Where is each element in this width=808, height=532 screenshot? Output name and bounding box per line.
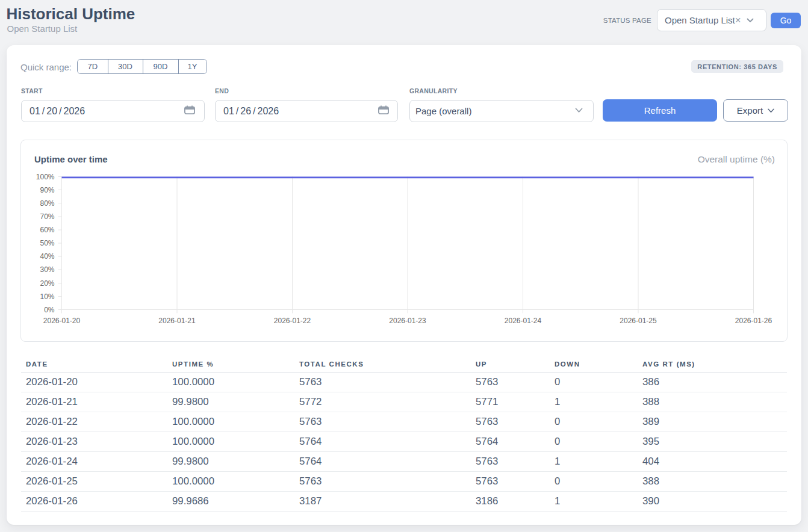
svg-text:70%: 70% xyxy=(40,212,54,221)
svg-text:2026-01-22: 2026-01-22 xyxy=(274,317,311,325)
svg-text:2026-01-24: 2026-01-24 xyxy=(505,317,542,325)
svg-text:40%: 40% xyxy=(40,252,54,261)
svg-text:2026-01-25: 2026-01-25 xyxy=(620,317,657,325)
svg-text:0%: 0% xyxy=(44,306,55,314)
svg-text:80%: 80% xyxy=(40,199,54,208)
svg-text:2026-01-21: 2026-01-21 xyxy=(158,317,196,325)
svg-text:50%: 50% xyxy=(40,239,54,247)
svg-text:2026-01-23: 2026-01-23 xyxy=(389,317,426,325)
svg-text:2026-01-20: 2026-01-20 xyxy=(43,317,81,325)
svg-text:100%: 100% xyxy=(36,173,55,181)
svg-text:20%: 20% xyxy=(40,279,54,288)
svg-text:30%: 30% xyxy=(40,265,54,274)
svg-text:90%: 90% xyxy=(40,186,54,194)
svg-text:10%: 10% xyxy=(40,292,54,301)
svg-text:60%: 60% xyxy=(40,226,54,234)
svg-text:2026-01-26: 2026-01-26 xyxy=(735,317,772,325)
